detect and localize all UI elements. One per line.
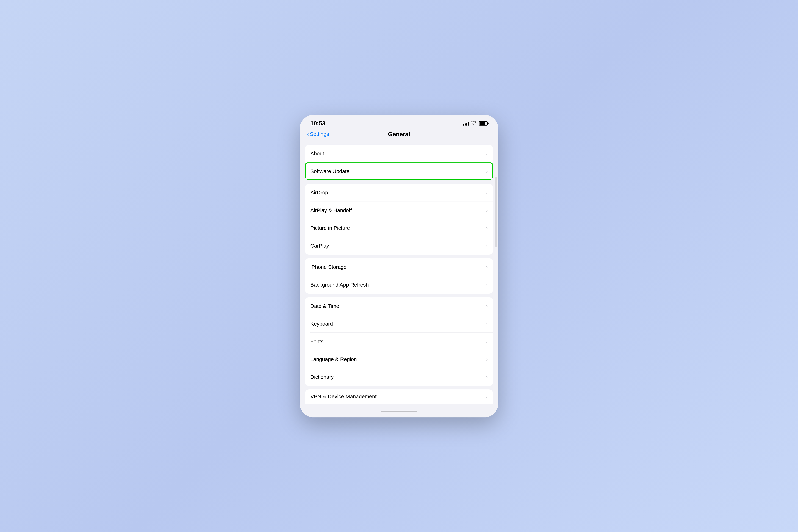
back-chevron-icon: ‹ <box>307 131 309 137</box>
airplay-handoff-label: AirPlay & Handoff <box>310 207 352 213</box>
picture-in-picture-label: Picture in Picture <box>310 225 350 231</box>
dictionary-chevron-icon: › <box>486 374 488 380</box>
fonts-chevron-icon: › <box>486 339 488 344</box>
picture-in-picture-item[interactable]: Picture in Picture › <box>305 219 493 237</box>
dictionary-item[interactable]: Dictionary › <box>305 368 493 386</box>
section-5-partial: VPN & Device Management › <box>305 390 493 404</box>
wifi-icon <box>471 121 476 126</box>
software-update-label: Software Update <box>310 168 349 174</box>
airdrop-label: AirDrop <box>310 190 328 196</box>
section-1: About › Software Update › <box>305 145 493 180</box>
fonts-label: Fonts <box>310 339 323 345</box>
back-button[interactable]: ‹ Settings <box>307 131 329 137</box>
background-app-refresh-item[interactable]: Background App Refresh › <box>305 276 493 294</box>
date-time-label: Date & Time <box>310 303 339 309</box>
nav-bar: ‹ Settings General <box>300 129 498 141</box>
iphone-storage-label: iPhone Storage <box>310 264 346 270</box>
iphone-storage-item[interactable]: iPhone Storage › <box>305 258 493 276</box>
keyboard-label: Keyboard <box>310 321 333 327</box>
vpn-device-management-item[interactable]: VPN & Device Management › <box>305 390 493 404</box>
home-bar <box>381 411 417 412</box>
airplay-handoff-item[interactable]: AirPlay & Handoff › <box>305 202 493 219</box>
background-app-refresh-chevron-icon: › <box>486 282 488 288</box>
date-time-chevron-icon: › <box>486 303 488 309</box>
content-area: About › Software Update › AirDrop › Ai <box>300 141 498 407</box>
section-3: iPhone Storage › Background App Refresh … <box>305 258 493 294</box>
software-update-chevron-icon: › <box>486 169 488 174</box>
home-indicator <box>300 407 498 417</box>
date-time-item[interactable]: Date & Time › <box>305 297 493 315</box>
status-icons <box>463 121 488 126</box>
settings-list: About › Software Update › AirDrop › Ai <box>300 141 498 407</box>
status-time: 10:53 <box>310 120 325 127</box>
signal-bars-icon <box>463 121 469 126</box>
background-app-refresh-label: Background App Refresh <box>310 282 369 288</box>
language-region-item[interactable]: Language & Region › <box>305 350 493 368</box>
airplay-handoff-chevron-icon: › <box>486 208 488 213</box>
status-bar: 10:53 <box>300 115 498 129</box>
airdrop-chevron-icon: › <box>486 190 488 195</box>
about-chevron-icon: › <box>486 151 488 156</box>
software-update-item[interactable]: Software Update › <box>305 163 493 180</box>
battery-fill <box>479 122 485 125</box>
carplay-label: CarPlay <box>310 243 329 249</box>
language-region-chevron-icon: › <box>486 357 488 362</box>
back-label: Settings <box>310 131 329 137</box>
iphone-storage-chevron-icon: › <box>486 264 488 270</box>
keyboard-item[interactable]: Keyboard › <box>305 315 493 333</box>
picture-in-picture-chevron-icon: › <box>486 225 488 231</box>
dictionary-label: Dictionary <box>310 374 334 380</box>
about-label: About <box>310 151 324 157</box>
about-item[interactable]: About › <box>305 145 493 163</box>
phone-frame: 10:53 ‹ Settin <box>300 115 498 417</box>
scrollbar[interactable] <box>495 177 496 248</box>
section-4: Date & Time › Keyboard › Fonts › Languag… <box>305 297 493 386</box>
vpn-label: VPN & Device Management <box>310 394 377 400</box>
page-title: General <box>388 131 410 138</box>
carplay-chevron-icon: › <box>486 243 488 249</box>
battery-icon <box>479 121 488 126</box>
airdrop-item[interactable]: AirDrop › <box>305 184 493 202</box>
keyboard-chevron-icon: › <box>486 321 488 327</box>
carplay-item[interactable]: CarPlay › <box>305 237 493 255</box>
language-region-label: Language & Region <box>310 356 357 362</box>
vpn-chevron-icon: › <box>486 394 488 399</box>
fonts-item[interactable]: Fonts › <box>305 333 493 350</box>
section-2: AirDrop › AirPlay & Handoff › Picture in… <box>305 184 493 255</box>
